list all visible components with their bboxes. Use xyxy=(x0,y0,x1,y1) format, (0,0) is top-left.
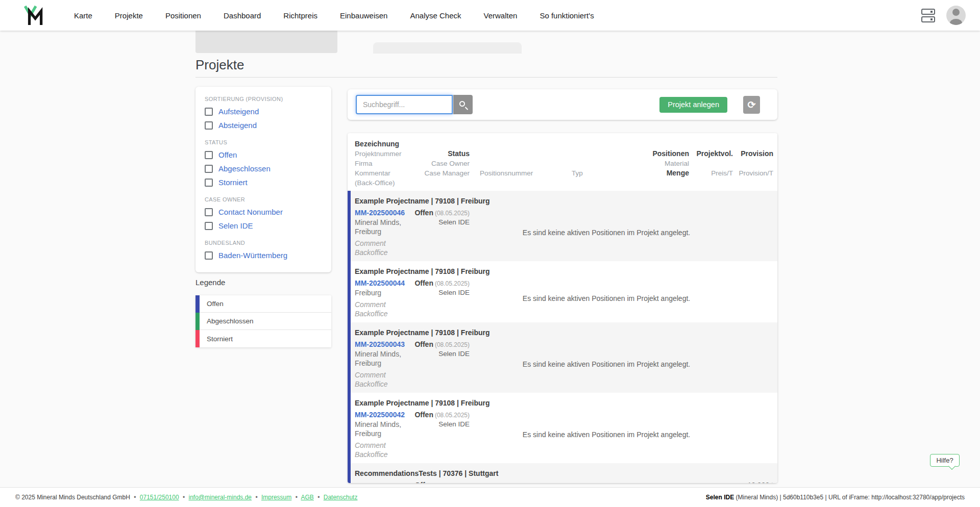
empty-positions-message: Es sind keine aktiven Positionen im Proj… xyxy=(480,430,733,439)
checkbox[interactable] xyxy=(205,179,213,187)
project-row[interactable]: Example Projectname | 79108 | Freiburg M… xyxy=(348,191,777,261)
help-button[interactable]: Hilfe? xyxy=(930,454,960,467)
empty-positions-message: Es sind keine aktiven Positionen im Proj… xyxy=(480,294,733,303)
legend-title: Legende xyxy=(195,278,225,287)
project-backoffice: Backoffice xyxy=(355,450,411,459)
legend-color-open xyxy=(195,295,200,313)
project-row[interactable]: Example Projectname | 79108 | Freiburg M… xyxy=(348,322,777,393)
status-label: Offen xyxy=(414,481,433,483)
project-row-title: Example Projectname | 79108 | Freiburg xyxy=(355,196,773,206)
loading-placeholder-left xyxy=(195,28,337,53)
project-backoffice: Backoffice xyxy=(355,309,411,318)
checkbox[interactable] xyxy=(205,222,213,230)
nav-item-einbauweisen[interactable]: Einbauweisen xyxy=(340,11,387,20)
footer-separator: • xyxy=(255,494,257,501)
checkbox[interactable] xyxy=(205,121,213,130)
footer-link-phone[interactable]: 07151/250100 xyxy=(140,494,179,501)
project-row-title: Example Projectname | 79108 | Freiburg xyxy=(355,266,773,276)
user-avatar-icon[interactable] xyxy=(946,6,966,25)
legend-panel: Offen Abgeschlossen Storniert xyxy=(195,295,331,347)
search-input[interactable] xyxy=(356,95,453,114)
nav-right-actions xyxy=(921,6,966,25)
empty-positions-message: Es sind keine aktiven Positionen im Proj… xyxy=(480,228,733,237)
project-comment: Comment xyxy=(355,370,411,379)
nav-item-dashboard[interactable]: Dashboard xyxy=(224,11,261,20)
projects-table: Bezeichnung Projektnummer Firma Kommenta… xyxy=(348,133,777,483)
search-toolbar: Projekt anlegen ⟳ xyxy=(348,89,777,120)
header-projektvol: Projektvol. Preis/T xyxy=(695,139,733,188)
footer-separator: • xyxy=(183,494,185,501)
nav-item-richtpreis[interactable]: Richtpreis xyxy=(283,11,317,20)
top-nav: Karte Projekte Positionen Dashboard Rich… xyxy=(0,0,980,31)
filter-option-selen-ide[interactable]: Selen IDE xyxy=(205,219,322,233)
project-comment: Comment xyxy=(355,300,411,309)
filter-section-label: SORTIERUNG (PROVISION) xyxy=(205,96,322,102)
checkbox[interactable] xyxy=(205,108,213,116)
checkbox[interactable] xyxy=(205,251,213,260)
footer-link-impressum[interactable]: Impressum xyxy=(261,494,291,501)
filter-section-label: STATUS xyxy=(205,139,322,145)
project-row-title: Example Projectname | 79108 | Freiburg xyxy=(355,398,773,408)
filter-section-status: STATUS Offen Abgeschlossen Storniert xyxy=(205,139,322,189)
project-backoffice: Backoffice xyxy=(355,379,411,389)
header-positionen: Positionen Material Menge xyxy=(633,139,689,188)
card-stack-icon[interactable] xyxy=(921,9,935,22)
search-icon xyxy=(459,101,465,107)
nav-item-analyse-check[interactable]: Analyse Check xyxy=(410,11,461,20)
legend-item-abgeschlossen: Abgeschlossen xyxy=(195,313,331,330)
footer-session-info: (Mineral Minds) | 5d60b110b3e5 | URL of … xyxy=(734,494,965,501)
status-date: (08.05.2025) xyxy=(435,412,470,419)
footer-separator: • xyxy=(134,494,136,501)
footer-copyright: © 2025 Mineral Minds Deutschland GmbH xyxy=(15,494,130,501)
filter-option-baden-wuerttemberg[interactable]: Baden-Württemberg xyxy=(205,248,322,262)
project-comment: Comment xyxy=(355,441,411,450)
status-label: Offen xyxy=(414,209,433,217)
search-button[interactable] xyxy=(453,95,473,114)
header-bezeichnung: Bezeichnung Projektnummer Firma Kommenta… xyxy=(355,139,411,188)
filter-option-offen[interactable]: Offen xyxy=(205,148,322,162)
nav-item-projekte[interactable]: Projekte xyxy=(115,11,143,20)
footer-link-email[interactable]: info@mineral-minds.de xyxy=(188,494,252,501)
filter-section-sortierung: SORTIERUNG (PROVISION) Aufsteigend Abste… xyxy=(205,96,322,132)
header-status: Status Case Owner Case Manager xyxy=(421,139,470,188)
project-status-cell: Offen(08.05.2025) xyxy=(355,480,470,483)
nav-item-verwalten[interactable]: Verwalten xyxy=(484,11,518,20)
app-viewport: Karte Projekte Positionen Dashboard Rich… xyxy=(0,0,980,507)
refresh-button[interactable]: ⟳ xyxy=(743,96,760,114)
empty-positions-message: Es sind keine aktiven Positionen im Proj… xyxy=(480,360,733,369)
project-status-cell: Offen(08.05.2025) Selen IDE xyxy=(355,340,470,359)
footer-link-datenschutz[interactable]: Datenschutz xyxy=(324,494,358,501)
filter-option-aufsteigend[interactable]: Aufsteigend xyxy=(205,105,322,118)
legend-color-abgeschlossen xyxy=(195,313,200,330)
project-row-partial[interactable]: RecommendationsTests | 70376 | Stuttgart… xyxy=(348,463,777,483)
checkbox[interactable] xyxy=(205,151,213,159)
project-status-cell: Offen(08.05.2025) Selen IDE xyxy=(355,278,470,297)
filter-panel: SORTIERUNG (PROVISION) Aufsteigend Abste… xyxy=(195,87,331,272)
project-row[interactable]: Example Projectname | 79108 | Freiburg M… xyxy=(348,393,777,463)
case-owner: Selen IDE xyxy=(355,349,470,359)
project-backoffice: Backoffice xyxy=(355,248,411,257)
checkbox[interactable] xyxy=(205,208,213,216)
filter-option-absteigend[interactable]: Absteigend xyxy=(205,118,322,132)
filter-section-label: CASE OWNER xyxy=(205,196,322,202)
legend-color-storniert xyxy=(195,330,200,347)
footer-right: Selen IDE (Mineral Minds) | 5d60b110b3e5… xyxy=(706,494,965,501)
project-status-cell: Offen(08.05.2025) Selen IDE xyxy=(355,208,470,227)
footer-link-agb[interactable]: AGB xyxy=(301,494,314,501)
case-owner: Selen IDE xyxy=(355,420,470,429)
filter-option-contact-nonumber[interactable]: Contact Nonumber xyxy=(205,205,322,219)
nav-item-so-funktionierts[interactable]: So funktioniert's xyxy=(540,11,594,20)
mm-logo-icon[interactable] xyxy=(23,5,45,26)
nav-item-karte[interactable]: Karte xyxy=(74,11,92,20)
checkbox[interactable] xyxy=(205,165,213,173)
footer-left: © 2025 Mineral Minds Deutschland GmbH • … xyxy=(15,494,357,501)
status-date: (08.05.2025) xyxy=(435,210,470,217)
status-label: Offen xyxy=(414,279,433,287)
filter-option-storniert[interactable]: Storniert xyxy=(205,175,322,189)
filter-option-abgeschlossen[interactable]: Abgeschlossen xyxy=(205,162,322,175)
status-date: (08.05.2025) xyxy=(435,482,470,483)
create-project-button[interactable]: Projekt anlegen xyxy=(659,97,727,113)
project-row[interactable]: Example Projectname | 79108 | Freiburg M… xyxy=(348,261,777,322)
nav-item-positionen[interactable]: Positionen xyxy=(165,11,201,20)
legend-item-offen: Offen xyxy=(195,295,331,313)
